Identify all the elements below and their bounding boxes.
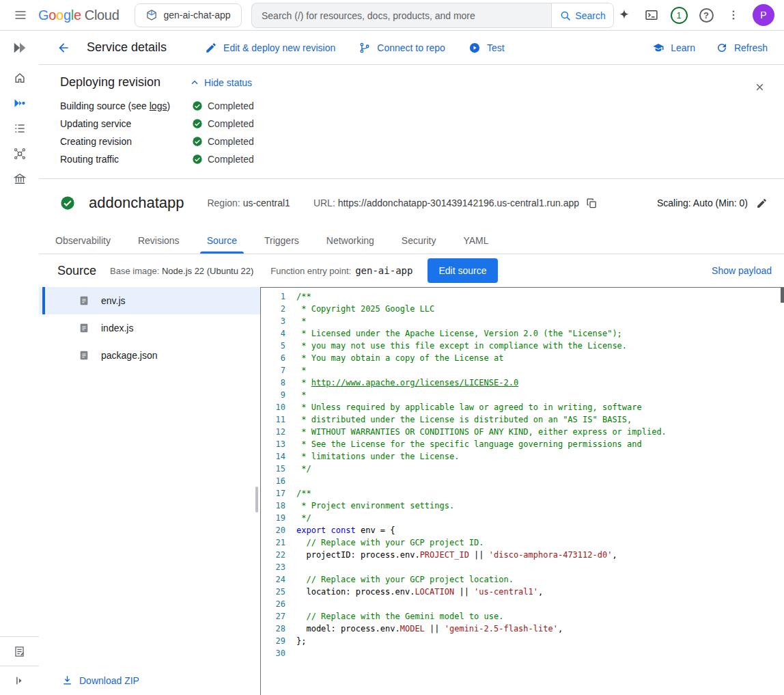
tab-security[interactable]: Security [388,227,450,254]
code-line[interactable] [296,475,784,487]
code-line[interactable]: // Replace with your GCP project locatio… [296,573,784,586]
cloud-shell-button[interactable] [638,1,665,29]
edit-source-button[interactable]: Edit source [428,258,497,283]
line-number: 25 [261,586,296,598]
code-line[interactable]: }; [296,635,784,647]
code-line[interactable]: * Copyright 2025 Google LLC [296,303,784,315]
editor-scrollbar[interactable] [781,288,784,303]
nav-marketplace[interactable] [0,166,39,191]
code-line[interactable] [296,647,784,659]
line-number: 7 [261,364,296,377]
tab-observability[interactable]: Observability [42,227,124,254]
learn-label: Learn [671,42,695,53]
tab-yaml[interactable]: YAML [449,227,502,254]
gemini-button[interactable] [611,1,638,29]
file-row-env-js[interactable]: env.js [39,287,260,314]
code-line[interactable]: * Licensed under the Apache License, Ver… [296,327,784,340]
file-row-package-json[interactable]: package.json [39,342,260,369]
file-row-index-js[interactable]: index.js [39,314,260,342]
code-line[interactable]: * See the License for the specific langu… [296,438,784,450]
more-options-button[interactable] [720,1,747,29]
learn-button[interactable]: Learn [652,42,695,54]
show-payload-link[interactable]: Show payload [712,265,772,276]
repo-branch-icon [359,42,371,54]
expand-side-panel[interactable] [0,666,39,695]
nav-cloud-run[interactable] [0,90,39,115]
source-toolbar: Source Base image: Node.js 22 (Ubuntu 22… [39,254,784,287]
copy-icon[interactable] [586,197,598,209]
code-line[interactable]: * [296,364,784,377]
nav-release-notes[interactable] [0,636,39,666]
logs-link[interactable]: logs [150,100,167,111]
connect-to-repo-button[interactable]: Connect to repo [359,42,445,54]
code-line[interactable]: // Replace with your GCP project ID. [296,536,784,549]
code-line[interactable]: location: process.env.LOCATION || 'us-ce… [296,586,784,598]
entry-point-value: gen-ai-app [355,265,412,276]
test-button[interactable]: Test [468,42,505,54]
nav-services[interactable] [0,141,39,166]
deploy-status-rows: Building source (see logs) Completed Upd… [60,100,772,165]
back-button[interactable] [50,34,77,62]
edit-scaling-pencil-icon[interactable] [756,197,768,209]
refresh-button[interactable]: Refresh [716,42,768,54]
code-line[interactable] [296,561,784,573]
code-line[interactable]: * Unless required by applicable law or a… [296,401,784,413]
status-label: ) [167,100,170,111]
close-status-button[interactable] [746,73,773,100]
line-number: 3 [261,315,296,327]
code-line[interactable]: * http://www.apache.org/licenses/LICENSE… [296,377,784,389]
main-menu-button[interactable] [7,1,34,29]
service-healthy-check-icon [60,195,75,210]
line-number: 12 [261,426,296,438]
nav-home[interactable] [0,65,39,90]
code-line[interactable]: /** [296,487,784,500]
download-zip-button[interactable]: Download ZIP [61,674,139,686]
code-line[interactable]: * You may obtain a copy of the License a… [296,352,784,364]
topbar-actions: 1 ? P [611,1,777,29]
logo-letter: o [56,8,64,22]
tab-triggers[interactable]: Triggers [251,227,313,254]
notifications-button[interactable]: 1 [665,1,692,29]
line-number: 4 [261,327,296,340]
google-cloud-logo[interactable]: Google Cloud [38,8,120,22]
code-line[interactable]: projectID: process.env.PROJECT_ID || 'di… [296,549,784,561]
tab-source[interactable]: Source [193,227,251,254]
code-line[interactable]: * distributed under the License is distr… [296,413,784,426]
status-value: Completed [208,100,254,111]
search-button[interactable]: Search [551,3,614,28]
nav-revisions-list[interactable] [0,115,39,141]
tab-networking[interactable]: Networking [313,227,388,254]
code-line[interactable]: * [296,389,784,401]
code-line[interactable]: * WITHOUT WARRANTIES OR CONDITIONS OF AN… [296,426,784,438]
code-editor[interactable]: 1234567891011121314151617181920212223242… [260,287,784,695]
chevron-up-icon [189,77,200,88]
code-line[interactable] [296,598,784,610]
code-line[interactable]: * limitations under the License. [296,450,784,463]
line-number: 13 [261,438,296,450]
hide-status-toggle[interactable]: Hide status [189,77,252,88]
region-label: Region: [207,197,240,208]
account-avatar[interactable]: P [753,4,774,26]
global-search: Search [251,3,614,28]
tab-revisions[interactable]: Revisions [124,227,193,254]
code-line[interactable]: */ [296,512,784,524]
code-line[interactable]: // Replace with the Gemini model to use. [296,610,784,623]
code-line[interactable]: * Project environment settings. [296,500,784,512]
back-arrow-icon [57,41,70,55]
search-input[interactable] [251,3,551,28]
file-panel-scrollbar[interactable] [255,487,258,513]
topbar: Google Cloud gen-ai-chat-app Search 1 ? [0,0,784,31]
code-line[interactable]: model: process.env.MODEL || 'gemini-2.5-… [296,623,784,635]
edit-deploy-revision-button[interactable]: Edit & deploy new revision [205,42,335,54]
code-line[interactable]: * you may not use this file except in co… [296,340,784,352]
code-line[interactable]: */ [296,463,784,475]
help-button[interactable]: ? [692,1,720,29]
project-selector[interactable]: gen-ai-chat-app [135,3,242,27]
code-lines[interactable]: /** * Copyright 2025 Google LLC * * Lice… [296,288,784,695]
file-icon [79,350,89,361]
play-circle-icon [468,42,481,54]
code-line[interactable]: * [296,315,784,327]
code-line[interactable]: /** [296,290,784,303]
home-icon [13,71,27,85]
code-line[interactable]: export const env = { [296,524,784,536]
